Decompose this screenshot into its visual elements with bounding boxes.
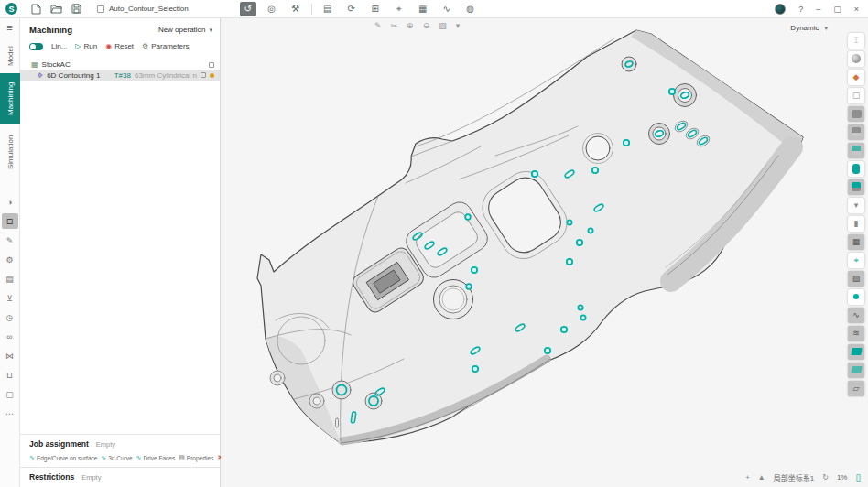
- rotary-setup-button[interactable]: ◎: [264, 2, 280, 16]
- blank-square-icon[interactable]: ▢: [2, 386, 18, 402]
- 3d-curve-button[interactable]: ∿ 3d Curve: [101, 454, 132, 461]
- status-dot: [210, 73, 214, 78]
- close-button[interactable]: ×: [854, 5, 859, 14]
- view-mode-dropdown[interactable]: Dynamic ▾: [790, 24, 828, 32]
- add-csys-icon[interactable]: +: [745, 473, 750, 482]
- trim-curve-icon[interactable]: ✂: [391, 21, 398, 30]
- gcode-icon[interactable]: ⋈: [2, 348, 18, 363]
- tab-simulation[interactable]: Simulation: [0, 124, 20, 179]
- parameters-button[interactable]: ⚙ Parameters: [142, 42, 190, 50]
- new-operation-dropdown[interactable]: New operation ▾: [158, 26, 212, 34]
- quadrant-view-icon[interactable]: ◑: [2, 194, 18, 210]
- tool-visibility-button[interactable]: ◆: [848, 70, 864, 85]
- chevron-down-icon: ▾: [824, 25, 828, 32]
- shaded-view-button[interactable]: [848, 51, 864, 67]
- csys-triangle-icon: ▲: [758, 473, 765, 482]
- project-tab-title[interactable]: Auto_Contour_Selection: [109, 5, 189, 13]
- web-resources-button[interactable]: ◍: [462, 2, 479, 16]
- help-button[interactable]: ?: [798, 5, 803, 14]
- view-options-rail: ⌶ ◆ ▢ ▾ ▮ ▦ ⌖ ▨ ∿ ≋ ▱: [846, 31, 866, 397]
- job-assignment-title: Job assignment: [29, 439, 89, 449]
- surface-display-2-button[interactable]: [848, 363, 864, 378]
- cylinder-icon: [852, 164, 860, 174]
- properties-button[interactable]: ▤ Properties: [179, 454, 213, 461]
- stock-checkbox[interactable]: [209, 62, 214, 68]
- machine-bed-icon[interactable]: ⊔: [2, 367, 18, 383]
- part-visibility-button[interactable]: [848, 161, 864, 177]
- restrictions-title: Restrictions: [29, 472, 74, 482]
- settings-gear-icon[interactable]: ⚙: [2, 252, 18, 267]
- part-on-stock-button[interactable]: [848, 179, 864, 195]
- menu-icon[interactable]: ≡: [6, 18, 12, 38]
- workpiece-stack-icon[interactable]: ▤: [2, 271, 18, 287]
- tree-row-stock[interactable]: ▦ StockAC: [20, 60, 220, 70]
- add-point-icon[interactable]: ⊕: [407, 21, 414, 30]
- graph-button[interactable]: ∿: [439, 2, 455, 16]
- panel-title: Machining: [29, 25, 72, 35]
- tool-icon[interactable]: ⊻: [2, 290, 18, 306]
- app-window: S Auto_Contour_Selection ↺ ◎ ⚒ ▤ ⟳ ⊞ ⌖ ▦…: [0, 0, 868, 487]
- link-icon[interactable]: ∞: [2, 329, 18, 344]
- waves-display-button[interactable]: ≋: [848, 326, 864, 341]
- open-file-button[interactable]: [49, 3, 63, 16]
- holder-visibility-button[interactable]: ▾: [848, 198, 864, 213]
- points-display-button[interactable]: [848, 289, 864, 305]
- save-button[interactable]: [69, 3, 83, 16]
- hatch-display-button[interactable]: ▨: [848, 271, 864, 287]
- window-controls: ? – ▢ ×: [775, 4, 868, 15]
- surface-display-3-button[interactable]: ▱: [848, 381, 864, 396]
- tree-row-operation[interactable]: ❖ 6D Contouring 1 T#38 63mm Cylindrical …: [20, 70, 220, 81]
- machine-visibility-button[interactable]: ▦: [848, 234, 864, 250]
- measure-button[interactable]: ⚒: [288, 2, 304, 16]
- link-toggle[interactable]: [29, 43, 43, 50]
- coordinate-system-label[interactable]: 局部坐标系1: [774, 472, 814, 482]
- frame-select-icon[interactable]: ▯: [855, 472, 861, 482]
- dial-icon[interactable]: ◷: [2, 309, 18, 325]
- zoom-level[interactable]: 1%: [837, 473, 848, 482]
- tab-machining[interactable]: Machining: [0, 73, 20, 124]
- robot-visibility-button[interactable]: ⌖: [848, 253, 864, 268]
- rotate-view-icon[interactable]: ↻: [822, 473, 829, 482]
- robot-setup-button[interactable]: ⌖: [391, 2, 407, 16]
- fixture-visibility-button[interactable]: ⌶: [848, 33, 864, 49]
- reset-button[interactable]: ◉ Reset: [105, 42, 134, 50]
- stock-view-2-button[interactable]: [848, 124, 864, 140]
- operation-checkbox[interactable]: [201, 72, 206, 78]
- wireframe-view-button[interactable]: ▢: [848, 88, 864, 103]
- curve-edit-toolbar: ✎ ✂ ⊕ ⊖ ▨ ▾: [374, 21, 460, 30]
- tool-shank-button[interactable]: ▮: [848, 216, 864, 232]
- probe-icon[interactable]: ✎: [2, 233, 18, 248]
- toolbar-separator: [311, 4, 312, 15]
- properties-icon: ▤: [179, 454, 185, 461]
- chevron-down-icon[interactable]: ▾: [456, 21, 461, 30]
- surface-display-1-button[interactable]: [848, 344, 864, 360]
- 3d-viewport[interactable]: ✎ ✂ ⊕ ⊖ ▨ ▾ Dynamic ▾: [221, 18, 868, 487]
- stock-view-3-button[interactable]: [848, 143, 864, 158]
- minimize-button[interactable]: –: [816, 5, 820, 14]
- 3d-model-canvas[interactable]: [221, 18, 868, 487]
- run-button[interactable]: ▷ Run: [75, 42, 97, 50]
- regenerate-button[interactable]: ⟳: [343, 2, 360, 16]
- machine-panel-icon[interactable]: ⊟: [2, 213, 18, 229]
- remove-point-icon[interactable]: ⊖: [423, 21, 430, 30]
- main-toolbar: ↺ ◎ ⚒ ▤ ⟳ ⊞ ⌖ ▦ ∿ ◍: [236, 2, 483, 16]
- stock-view-1-button[interactable]: [848, 106, 864, 122]
- drive-faces-button[interactable]: ∿ Drive Faces: [136, 454, 176, 461]
- restore-button[interactable]: ▢: [833, 5, 841, 14]
- edge-curve-on-surface-button[interactable]: ∿ Edge/Curve on surface: [29, 454, 97, 461]
- coordinate-doc-button[interactable]: ▤: [320, 2, 336, 16]
- curve-icon: ∿: [29, 454, 35, 461]
- stock-icon: [852, 146, 861, 155]
- machine-table-button[interactable]: ▦: [415, 2, 431, 16]
- user-avatar[interactable]: [775, 4, 786, 15]
- left-rail: ≡ Model Machining Simulation ◑ ⊟ ✎ ⚙ ▤ ⊻…: [0, 18, 20, 487]
- orbit-mode-button[interactable]: ↺: [240, 2, 256, 16]
- tool-library-button[interactable]: ⊞: [367, 2, 384, 16]
- curves-display-button[interactable]: ∿: [848, 308, 864, 323]
- draw-curve-icon[interactable]: ✎: [374, 21, 382, 30]
- tab-model[interactable]: Model: [0, 38, 20, 73]
- more-icon[interactable]: ⋯: [2, 406, 18, 421]
- app-logo-icon: S: [5, 3, 17, 15]
- brush-select-icon[interactable]: ▨: [439, 21, 447, 30]
- new-file-button[interactable]: [28, 3, 43, 16]
